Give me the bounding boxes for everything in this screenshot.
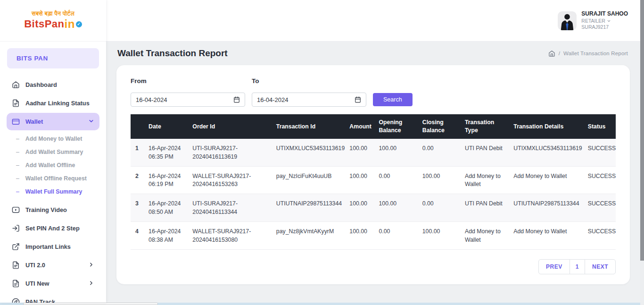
sidebar-item-label: UTI New bbox=[25, 280, 49, 287]
sidebar-item-label: Dashboard bbox=[25, 81, 57, 88]
sidebar-subitem-wallet-full-summary[interactable]: –Wallet Full Summary bbox=[13, 185, 99, 198]
transactions-table-wrap: Date Order Id Transaction Id Amount Open… bbox=[131, 114, 616, 250]
table-row: 1 16-Apr-2024 06:35 PM UTI-SURAJ9217-202… bbox=[131, 139, 616, 166]
user-role-label: RETAILER bbox=[581, 18, 605, 25]
sidebar-item-label: PAN Track bbox=[25, 298, 55, 303]
sidebar-item-training-video[interactable]: Training Video bbox=[7, 201, 99, 219]
home-icon[interactable] bbox=[548, 50, 555, 57]
transactions-table: Date Order Id Transaction Id Amount Open… bbox=[131, 114, 616, 250]
vertical-scrollbar-thumb[interactable] bbox=[640, 0, 644, 261]
col-transaction-id: Transaction Id bbox=[272, 114, 345, 139]
to-date-input[interactable]: 16-04-2024 bbox=[252, 93, 366, 107]
sidebar-item-label: Important Links bbox=[25, 243, 71, 250]
cell-order-id: UTI-SURAJ9217-20240416113619 bbox=[188, 139, 272, 166]
cell-transaction-id: pay_NzIciFuKt4uuUB bbox=[272, 166, 345, 194]
pagination-prev-button[interactable]: PREV bbox=[539, 260, 570, 274]
col-status: Status bbox=[583, 114, 616, 139]
sidebar-item-important-links[interactable]: Important Links bbox=[7, 238, 99, 255]
table-row: 2 16-Apr-2024 06:19 PM WALLET-SURAJ9217-… bbox=[131, 166, 616, 194]
pagination-page-1[interactable]: 1 bbox=[570, 260, 585, 274]
login-icon bbox=[12, 224, 20, 232]
brand-logo[interactable]: सबसे बड़ा पैन पोर्टल BitsPanin✓ bbox=[0, 0, 106, 42]
chevron-down-icon bbox=[607, 19, 611, 23]
col-opening-balance: Opening Balance bbox=[374, 114, 417, 139]
sidebar-item-wallet[interactable]: Wallet bbox=[7, 113, 99, 130]
dash-bullet: – bbox=[16, 149, 19, 155]
brand-name-suffix: in bbox=[65, 17, 75, 31]
brand-name-main: BitsPan bbox=[24, 18, 64, 30]
col-order-id: Order Id bbox=[188, 114, 272, 139]
sidebar-item-label: Training Video bbox=[25, 206, 67, 213]
table-header: Date Order Id Transaction Id Amount Open… bbox=[131, 114, 616, 139]
wallet-submenu: –Add Money to Wallet –Add Wallet Summary… bbox=[7, 131, 99, 200]
cell-date: 16-Apr-2024 08:50 AM bbox=[144, 194, 188, 222]
sidebar-item-uti-2-0[interactable]: UTI 2.0 bbox=[7, 256, 99, 274]
calendar-icon[interactable] bbox=[233, 96, 240, 103]
sidebar-subitem-add-wallet-offline[interactable]: –Add Wallet Offline bbox=[13, 159, 99, 172]
sidebar-subitem-label: Add Wallet Offline bbox=[25, 162, 75, 169]
breadcrumb-current: Wallet Transaction Report bbox=[563, 51, 628, 56]
sidebar-subitem-add-money-to-wallet[interactable]: –Add Money to Wallet bbox=[13, 132, 99, 145]
from-date-input[interactable]: 16-04-2024 bbox=[131, 93, 245, 107]
sidebar-item-aadhar-linking-status[interactable]: Aadhar Linking Status bbox=[7, 94, 99, 112]
cell-transation-type: UTI PAN Debit bbox=[460, 194, 509, 222]
status-badge: SUCCESS bbox=[583, 166, 616, 194]
cell-opening-balance: 100.00 bbox=[374, 194, 417, 222]
cell-order-id: WALLET-SURAJ9217-20240416153080 bbox=[188, 221, 272, 249]
sidebar-subitem-wallet-offline-request[interactable]: –Wallet Offline Request bbox=[13, 172, 99, 185]
document-icon bbox=[12, 99, 20, 107]
to-date-group: To 16-04-2024 bbox=[252, 77, 366, 107]
sidebar-item-label: UTI 2.0 bbox=[25, 262, 45, 269]
user-name: SURAJIT SAHOO bbox=[581, 10, 628, 18]
brand-tagline: सबसे बड़ा पैन पोर्टल bbox=[32, 10, 74, 17]
sidebar-item-dashboard[interactable]: Dashboard bbox=[7, 76, 99, 93]
col-closing-balance: Closing Balance bbox=[418, 114, 460, 139]
cell-opening-balance: 0.00 bbox=[374, 166, 417, 194]
user-info: SURAJIT SAHOO RETAILER SURAJ9217 bbox=[581, 10, 628, 31]
cell-transation-type: Add Money to Wallet bbox=[460, 221, 509, 249]
from-date-group: From 16-04-2024 bbox=[131, 77, 245, 107]
page-title: Wallet Transaction Report bbox=[117, 48, 228, 59]
cell-order-id: UTI-SURAJ9217-20240416113344 bbox=[188, 194, 272, 222]
to-date-value: 16-04-2024 bbox=[257, 96, 289, 103]
pagination-next-button[interactable]: NEXT bbox=[585, 260, 615, 274]
sidebar-subitem-label: Add Wallet Summary bbox=[25, 149, 83, 155]
col-amount: Amount bbox=[345, 114, 374, 139]
sidebar-item-uti-new[interactable]: UTI New bbox=[7, 275, 99, 292]
horizontal-scrollbar[interactable] bbox=[0, 303, 640, 305]
top-header: SURAJIT SAHOO RETAILER SURAJ9217 bbox=[106, 0, 640, 42]
status-badge: SUCCESS bbox=[583, 194, 616, 222]
cell-amount: 100.00 bbox=[345, 166, 374, 194]
sidebar-item-pan-track[interactable]: PAN Track bbox=[7, 293, 99, 303]
cell-sno: 4 bbox=[131, 221, 144, 249]
calendar-icon[interactable] bbox=[355, 96, 361, 103]
sidebar: सबसे बड़ा पैन पोर्टल BitsPanin✓ BITS PAN… bbox=[0, 0, 106, 303]
cell-transation-details: Add Money to Wallet bbox=[509, 166, 583, 194]
wallet-icon bbox=[12, 118, 20, 126]
dash-bullet: – bbox=[16, 188, 19, 195]
cell-sno: 3 bbox=[131, 194, 144, 222]
cell-transaction-id: UTIUTNAIP29875113344 bbox=[272, 194, 345, 222]
vertical-scrollbar[interactable] bbox=[640, 0, 644, 305]
user-role[interactable]: RETAILER bbox=[581, 18, 628, 25]
cell-date: 16-Apr-2024 06:35 PM bbox=[144, 139, 188, 166]
search-button[interactable]: Search bbox=[373, 93, 413, 106]
sidebar-item-label: Set PIN And 2 Step bbox=[25, 225, 80, 232]
sidebar-item-label: Wallet bbox=[25, 118, 43, 125]
cell-transation-details: UTIXMXLUC53453113619 bbox=[509, 139, 583, 166]
dash-bullet: – bbox=[16, 175, 19, 182]
cell-closing-balance: 0.00 bbox=[418, 194, 460, 222]
content-area: Wallet Transaction Report / Wallet Trans… bbox=[106, 42, 640, 303]
sidebar-nav: Dashboard Aadhar Linking Status Wallet –… bbox=[0, 76, 106, 303]
col-transation-type: Transation Type bbox=[460, 114, 509, 139]
sidebar-subitem-add-wallet-summary[interactable]: –Add Wallet Summary bbox=[13, 145, 99, 159]
report-card: From 16-04-2024 To 16-04-2024 Searc bbox=[116, 65, 630, 284]
horizontal-scrollbar-thumb[interactable] bbox=[23, 303, 158, 305]
chevron-right-icon bbox=[88, 262, 94, 269]
user-menu[interactable]: SURAJIT SAHOO RETAILER SURAJ9217 bbox=[558, 10, 628, 31]
sidebar-item-set-pin-2-step[interactable]: Set PIN And 2 Step bbox=[7, 220, 99, 237]
table-row: 4 16-Apr-2024 08:38 AM WALLET-SURAJ9217-… bbox=[131, 221, 616, 249]
col-date: Date bbox=[144, 114, 188, 139]
external-link-icon bbox=[12, 243, 20, 251]
col-transation-details: Transation Details bbox=[509, 114, 583, 139]
